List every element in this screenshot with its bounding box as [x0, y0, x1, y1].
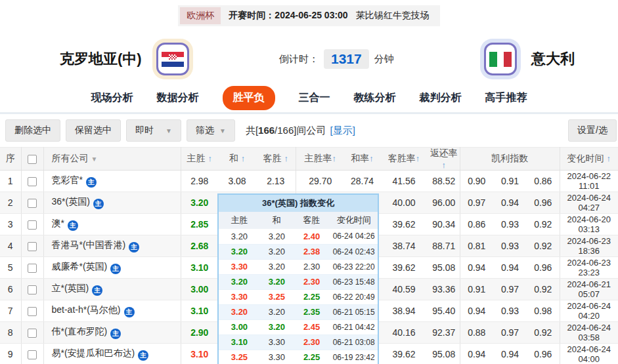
change-time: 2024-06-2211:01 [560, 171, 618, 192]
keep-selected-button[interactable]: 保留选中 [66, 119, 121, 142]
company-name[interactable]: 澳* [52, 218, 64, 228]
header-draw-odds[interactable]: 和 ↑ [218, 148, 256, 171]
popup-away-odds[interactable]: 2.40 [303, 232, 320, 241]
away-odds[interactable]: 2.13 [267, 176, 284, 186]
company-name[interactable]: 易*(安提瓜和巴布达) [52, 348, 135, 358]
popup-header-draw: 和 [260, 212, 294, 229]
row-checkbox[interactable] [28, 264, 37, 273]
row-checkbox[interactable] [28, 242, 37, 251]
popup-draw-odds[interactable]: 3.30 [269, 337, 285, 347]
header-index: 序 [0, 148, 21, 171]
change-date: 2024-06-20 [560, 214, 618, 224]
row-checkbox[interactable] [28, 285, 37, 294]
popup-home-odds[interactable]: 3.20 [231, 232, 248, 241]
popup-home-odds[interactable]: 3.20 [231, 247, 248, 256]
popup-home-odds[interactable]: 3.30 [231, 292, 248, 302]
row-checkbox[interactable] [28, 177, 37, 186]
popup-draw-odds-cell: 3.25 [260, 289, 294, 304]
popup-draw-odds[interactable]: 3.20 [269, 262, 285, 272]
popup-away-odds[interactable]: 2.38 [303, 247, 320, 256]
popup-away-odds[interactable]: 2.30 [303, 262, 320, 272]
popup-draw-odds[interactable]: 3.25 [269, 292, 285, 302]
show-link[interactable]: [显示] [330, 125, 355, 136]
popup-home-odds[interactable]: 3.10 [231, 337, 248, 347]
change-date: 2024-06-22 [560, 171, 618, 181]
popup-draw-odds[interactable]: 3.20 [269, 232, 285, 241]
header-company[interactable]: 所有公司▼ [43, 148, 181, 171]
home-odds[interactable]: 3.20 [190, 197, 208, 208]
draw-odds[interactable]: 3.08 [228, 176, 246, 186]
live-odds-dropdown-label: 即时 [135, 125, 154, 136]
row-checkbox[interactable] [28, 220, 37, 230]
tab-three-in-one[interactable]: 三合一 [299, 91, 330, 105]
row-checkbox[interactable] [28, 350, 37, 359]
row-index: 6 [0, 279, 21, 300]
settings-button[interactable]: 设置/选 [568, 119, 617, 142]
company-name[interactable]: 香港马*(中国香港) [52, 239, 126, 250]
popup-away-odds[interactable]: 2.30 [303, 277, 320, 287]
popup-draw-odds[interactable]: 3.20 [269, 307, 285, 317]
sort-up-icon: ↑ [208, 153, 212, 163]
delete-selected-button[interactable]: 删除选中 [5, 119, 60, 142]
header-home-odds[interactable]: 主胜 ↑ [181, 148, 218, 171]
header-draw-rate[interactable]: 和率↑ [345, 148, 380, 171]
live-odds-dropdown[interactable]: 即时▼ [126, 119, 181, 142]
tab-data-analysis[interactable]: 数据分析 [157, 91, 199, 105]
tab-live-analysis[interactable]: 现场分析 [91, 91, 133, 105]
kelly-index: 0.92 [527, 322, 560, 344]
header-return-rate[interactable]: 返还率↑ [428, 148, 460, 171]
popup-draw-odds[interactable]: 3.20 [269, 247, 285, 256]
kelly-index: 0.98 [527, 300, 560, 322]
home-odds[interactable]: 3.10 [190, 306, 208, 316]
company-name[interactable]: 36*(英国) [52, 196, 90, 207]
summary-prefix: 共[ [246, 125, 258, 136]
popup-away-odds[interactable]: 2.25 [303, 292, 320, 302]
company-name[interactable]: 伟*(直布罗陀) [52, 326, 108, 336]
home-odds[interactable]: 2.98 [190, 176, 208, 186]
popup-away-odds-cell: 2.30 [294, 259, 330, 274]
return-rate: 95.08 [428, 257, 460, 279]
popup-away-odds[interactable]: 2.35 [303, 307, 320, 317]
popup-row: 3.103.302.3006-21 03:08 [219, 334, 378, 350]
kelly-index: 0.97 [460, 192, 493, 214]
header-away-odds[interactable]: 客胜 ↑ [256, 148, 296, 171]
popup-home-odds[interactable]: 3.20 [231, 307, 248, 317]
company-name[interactable]: 威廉希*(英国) [52, 261, 108, 272]
popup-away-odds[interactable]: 2.45 [303, 322, 320, 332]
home-odds-cell: 3.20 [181, 192, 218, 214]
popup-draw-odds[interactable]: 3.30 [269, 352, 285, 362]
company-name[interactable]: bet-at-h*(马尔他) [52, 304, 121, 315]
home-odds[interactable]: 3.10 [190, 349, 208, 359]
home-odds[interactable]: 3.00 [190, 284, 208, 294]
popup-draw-odds[interactable]: 3.20 [269, 322, 285, 332]
popup-draw-odds[interactable]: 3.20 [269, 277, 285, 287]
home-odds[interactable]: 2.85 [190, 219, 208, 230]
filter-dropdown[interactable]: 筛选▼ [187, 119, 235, 142]
popup-home-odds[interactable]: 3.25 [231, 352, 248, 362]
popup-away-odds[interactable]: 2.25 [303, 352, 320, 362]
home-odds[interactable]: 2.90 [190, 327, 208, 338]
popup-away-odds[interactable]: 2.30 [303, 337, 320, 347]
header-away-rate[interactable]: 客胜率↑ [380, 148, 428, 171]
popup-home-odds[interactable]: 3.20 [231, 277, 248, 287]
row-checkbox[interactable] [28, 199, 37, 208]
tab-referee-analysis[interactable]: 裁判分析 [420, 91, 462, 105]
popup-home-odds[interactable]: 3.00 [231, 322, 248, 332]
tab-expert-picks[interactable]: 高手推荐 [485, 91, 527, 105]
company-name[interactable]: 立*(英国) [52, 283, 89, 293]
kelly-index: 0.97 [493, 322, 527, 344]
change-time: 2024-06-2404:20 [560, 300, 618, 322]
header-change-time[interactable]: 变化时间 ↑ [560, 148, 618, 171]
popup-home-odds[interactable]: 3.30 [231, 262, 248, 272]
home-odds[interactable]: 3.10 [190, 262, 208, 273]
tab-coach-analysis[interactable]: 教练分析 [354, 91, 396, 105]
home-odds[interactable]: 2.68 [190, 241, 208, 251]
row-checkbox[interactable] [28, 329, 37, 338]
select-all-checkbox[interactable] [28, 155, 37, 164]
croatia-flag-icon [162, 52, 184, 67]
header-home-rate[interactable]: 主胜率↑ [296, 148, 345, 171]
company-name[interactable]: 竞彩官* [52, 174, 83, 185]
row-checkbox[interactable] [28, 307, 37, 316]
home-odds-cell: 2.90 [181, 322, 218, 344]
tab-win-draw-lose[interactable]: 胜平负 [223, 86, 275, 110]
